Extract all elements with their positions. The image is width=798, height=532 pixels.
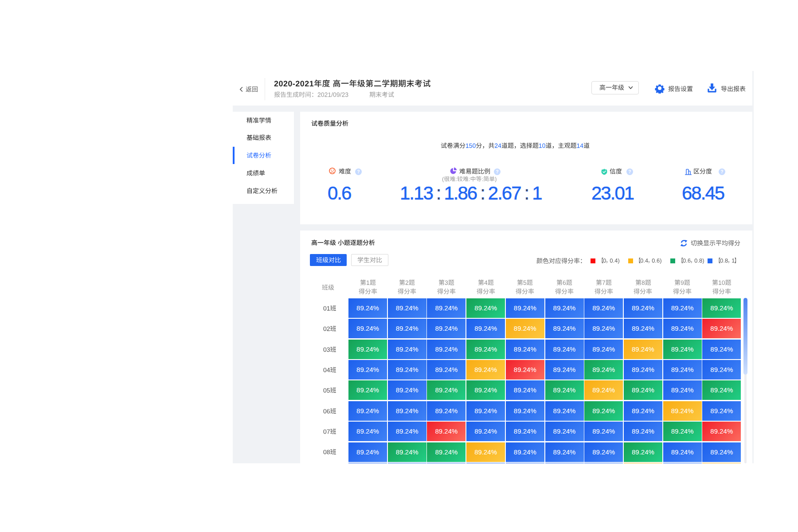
svg-text:?: ? (720, 169, 723, 174)
svg-text:?: ? (357, 169, 360, 174)
svg-text:?: ? (496, 169, 498, 174)
svg-text:?: ? (628, 169, 631, 174)
